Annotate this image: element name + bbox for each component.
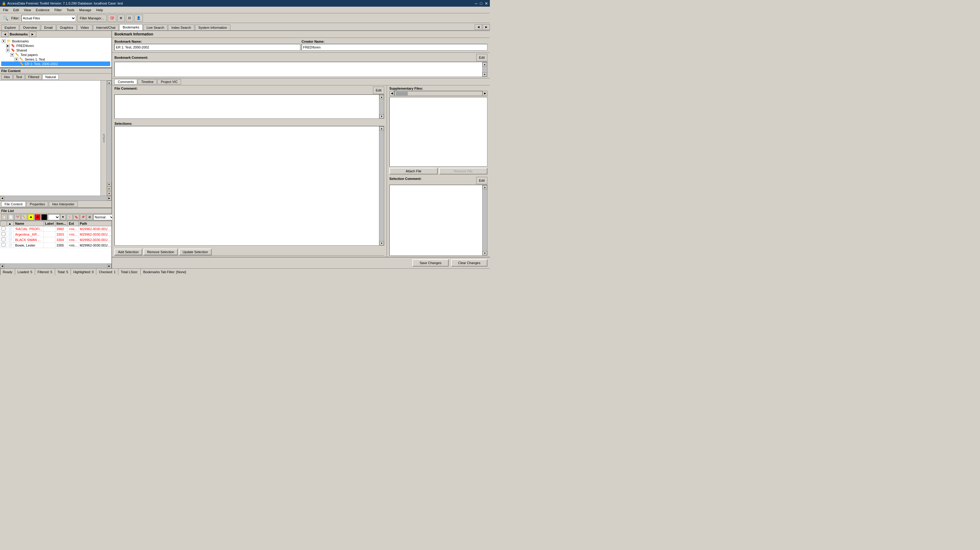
table-row[interactable]: 📄 'RACIAL' PROFI... 3960 <mi... M29962-0… <box>0 226 112 232</box>
tree-toggle-test-papers[interactable]: ▼ <box>10 53 14 57</box>
fc-tab-text[interactable]: Text <box>13 74 25 80</box>
sel-scroll-up[interactable]: ▲ <box>379 126 384 131</box>
fl-btn-edit[interactable]: ✏️ <box>21 214 27 220</box>
minimize-button[interactable]: ─ <box>475 1 477 6</box>
menu-file[interactable]: File <box>1 8 11 13</box>
scroll-left-arrow[interactable]: ◀ <box>0 196 4 201</box>
tab-bookmarks[interactable]: Bookmarks <box>119 24 143 30</box>
supp-next-btn[interactable]: ▶ <box>483 91 487 96</box>
file-comment-edit-btn[interactable]: Edit <box>373 87 384 94</box>
sel-scroll-down[interactable]: ▼ <box>379 241 384 246</box>
save-changes-button[interactable]: Save Changes <box>412 259 449 266</box>
fl-bm-btn-1[interactable]: 🔖 <box>73 214 79 220</box>
row-checkbox[interactable] <box>2 226 5 231</box>
bookmark-name-input[interactable] <box>115 44 300 51</box>
tree-item-fred-foren[interactable]: ▶ 🔖 FRED\foren <box>1 43 110 48</box>
fl-select[interactable] <box>48 214 60 220</box>
creator-name-input[interactable] <box>302 44 487 51</box>
tree-item-er-1[interactable]: ✏️ ER 1: Test, 2000-2002 <box>1 62 110 66</box>
fc-comment-down[interactable]: ▼ <box>379 114 384 118</box>
update-selection-button[interactable]: Update Selection <box>179 249 212 255</box>
clear-changes-button[interactable]: Clear Changes <box>451 259 487 266</box>
menu-evidence[interactable]: Evidence <box>33 8 52 13</box>
fl-options-btn[interactable]: ⋮ <box>67 214 73 220</box>
col-label[interactable]: Label <box>44 221 55 226</box>
menu-help[interactable]: Help <box>94 8 106 13</box>
filter-btn-3[interactable]: ⊟ <box>126 14 133 22</box>
filter-btn-1[interactable]: 🎯 <box>108 14 116 22</box>
fl-btn-paste[interactable]: 📄 <box>8 214 14 220</box>
scroll-down-arrow[interactable]: ▼ <box>107 191 111 196</box>
selection-comment-edit-btn[interactable]: Edit <box>476 177 487 184</box>
fl-scroll-track[interactable] <box>4 264 107 268</box>
col-item[interactable]: Item... <box>55 221 67 226</box>
col-sort[interactable]: ▲ <box>7 221 14 226</box>
tab-internet-chat[interactable]: Internet/Chat <box>93 24 119 30</box>
view-mode-select[interactable]: Normal <box>93 214 115 220</box>
row-checkbox[interactable] <box>2 243 5 247</box>
tab-system-info[interactable]: System Information <box>195 24 231 30</box>
tree-item-shared[interactable]: ▼ 🔖 Shared <box>1 48 110 53</box>
bookmark-comment-edit-btn[interactable]: Edit <box>476 54 487 61</box>
cell-check[interactable] <box>0 237 7 242</box>
filter-btn-4[interactable]: 👤 <box>134 14 143 22</box>
fc-btn-1[interactable]: ⊕ <box>107 182 111 186</box>
tree-toggle-shared[interactable]: ▼ <box>6 48 10 52</box>
tree-toggle-fred[interactable]: ▶ <box>6 44 10 48</box>
sel-comment-down[interactable]: ▼ <box>483 251 487 255</box>
row-checkbox[interactable] <box>2 232 5 236</box>
fc-comment-up[interactable]: ▲ <box>379 95 384 99</box>
col-name[interactable]: Name <box>14 221 44 226</box>
tree-toggle-root[interactable]: ▼ <box>2 39 5 43</box>
scroll-track-v[interactable] <box>107 85 111 182</box>
scroll-track-h[interactable] <box>4 196 107 201</box>
toolbar-icon-btn[interactable]: 🔍 <box>1 14 10 22</box>
fc-tab-hex[interactable]: Hex <box>1 74 13 80</box>
close-button[interactable]: ✕ <box>485 1 488 6</box>
tab-video[interactable]: Video <box>77 24 92 30</box>
scroll-right-arrow[interactable]: ▶ <box>107 196 111 201</box>
fl-scrollbar-h[interactable]: ◀ ▶ <box>0 263 111 268</box>
add-selection-button[interactable]: Add Selection <box>115 249 142 255</box>
filter-manager-button[interactable]: Filter Manager... <box>77 14 107 22</box>
restore-button[interactable]: □ <box>480 1 482 6</box>
remove-file-button[interactable]: Remove File <box>439 168 487 174</box>
fl-arrow-btn[interactable]: ▼ <box>60 214 66 220</box>
scroll-up-arrow[interactable]: ▲ <box>107 81 111 85</box>
fc-scrollbar-h[interactable]: ◀ ▶ <box>0 196 111 201</box>
filter-btn-2[interactable]: ⊕ <box>118 14 125 22</box>
fl-btn-cut[interactable]: ✂️ <box>14 214 21 220</box>
tree-item-test-papers[interactable]: ▼ ✏️ Test papers <box>1 53 110 57</box>
filter-dropdown[interactable]: Actual Files All Files Checked Items <box>22 15 76 21</box>
menu-filter[interactable]: Filter <box>52 8 64 13</box>
menu-manage[interactable]: Manage <box>77 8 94 13</box>
fc-scrollbar-v[interactable]: ▲ ⊕ ⊖ ▼ <box>107 81 111 196</box>
fl-scroll-right[interactable]: ▶ <box>107 264 111 268</box>
bt-tab-properties[interactable]: Properties <box>26 201 48 207</box>
col-path[interactable]: Path <box>78 221 111 226</box>
tab-graphics[interactable]: Graphics <box>57 24 76 30</box>
fl-scroll-left[interactable]: ◀ <box>0 264 4 268</box>
tab-live-search[interactable]: Live Search <box>143 24 167 30</box>
fl-bm-btn-2[interactable]: 📌 <box>80 214 86 220</box>
fl-btn-color-black[interactable]: ■ <box>41 214 47 220</box>
fl-btn-label[interactable]: ■ <box>28 214 34 220</box>
bt-tab-file-content[interactable]: File Content <box>1 201 26 207</box>
cell-check[interactable] <box>0 226 7 232</box>
ct-tab-timeline[interactable]: Timeline <box>138 79 157 84</box>
sel-comment-up[interactable]: ▲ <box>483 185 487 189</box>
tree-nav-left[interactable]: ◀ <box>1 32 8 37</box>
table-row[interactable]: 📄 Argentina _KR... 3303 <mi... M29962-00… <box>0 232 112 237</box>
fl-btn-copy[interactable]: 📋 <box>1 214 7 220</box>
tab-scroll-left[interactable]: ◀ <box>475 24 482 30</box>
menu-edit[interactable]: Edit <box>11 8 22 13</box>
fc-tab-natural[interactable]: Natural <box>42 74 59 80</box>
col-ext[interactable]: Ext <box>67 221 78 226</box>
tab-index-search[interactable]: Index Search <box>168 24 194 30</box>
cell-check[interactable] <box>0 232 7 237</box>
tree-toggle-series-1[interactable]: ▼ <box>14 57 18 61</box>
ct-tab-project-vic[interactable]: Project VIC <box>158 79 181 84</box>
attach-file-button[interactable]: Attach File <box>389 168 438 174</box>
menu-tools[interactable]: Tools <box>64 8 77 13</box>
table-row[interactable]: 📄 Bowie, Lester 3305 <mi... M29962-0030.… <box>0 242 112 248</box>
